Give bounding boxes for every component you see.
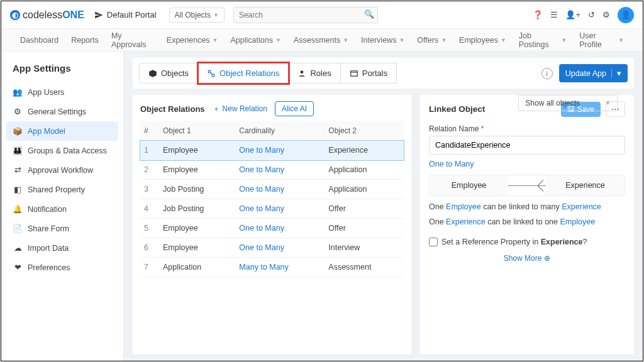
nav-employees[interactable]: Employees▼ <box>459 36 506 45</box>
sidebar-item-app-model[interactable]: 📦App Model <box>6 121 118 141</box>
sidebar-item-preferences[interactable]: ❤Preferences <box>6 258 118 277</box>
new-relation-button[interactable]: ＋ New Relation <box>213 104 267 114</box>
nav-my-approvals[interactable]: My Approvals <box>111 31 154 49</box>
search-icon[interactable]: 🔍 <box>364 9 374 19</box>
topbar: ◐ codelessONE Default Portal All Objects… <box>1 1 643 29</box>
table-row[interactable]: 5EmployeeOne to ManyOffer <box>140 219 404 238</box>
search-box: 🔍 <box>233 7 378 23</box>
avatar[interactable]: 👤 <box>618 7 634 23</box>
portal-label: Default Portal <box>107 10 157 19</box>
nav-applications[interactable]: Applications▼ <box>231 36 281 45</box>
nav-reports[interactable]: Reports <box>71 36 99 45</box>
relations-panel: Object Relations ＋ New Relation Alice AI… <box>133 95 411 354</box>
caret-down-icon: ▼ <box>213 37 218 43</box>
shared-icon: ◧ <box>13 185 23 194</box>
help-icon[interactable]: ❓ <box>533 10 543 19</box>
bell-icon: 🔔 <box>13 204 23 214</box>
tab-objects[interactable]: Objects <box>139 63 198 84</box>
main-nav: DashboardReportsMy ApprovalsExperiences▼… <box>1 29 643 52</box>
cardinality-left: Employee <box>430 175 508 195</box>
form-icon: 📄 <box>13 224 23 233</box>
stack-icon[interactable]: ☰ <box>550 10 558 19</box>
caret-down-icon: ▼ <box>213 12 219 18</box>
connector-icon <box>508 185 546 186</box>
tab-roles[interactable]: Roles <box>289 63 340 84</box>
cube-icon <box>148 69 157 78</box>
cardinality-link[interactable]: One to Many <box>235 141 325 160</box>
caret-down-icon: ▼ <box>561 37 567 43</box>
groups-icon: 👪 <box>13 146 23 155</box>
sidebar-item-shared-property[interactable]: ◧Shared Property <box>6 180 118 199</box>
nav-interviews[interactable]: Interviews▼ <box>361 36 404 45</box>
cardinality-link[interactable]: One to Many <box>429 160 474 168</box>
table-row[interactable]: 1EmployeeOne to ManyExperience <box>140 141 404 160</box>
sidebar-item-groups-data-access[interactable]: 👪Groups & Data Access <box>6 141 118 160</box>
tab-object-relations[interactable]: Object Relations <box>198 63 289 84</box>
sidebar-item-approval-workflow[interactable]: ⇄Approval Workflow <box>6 160 118 180</box>
logo: ◐ codelessONE <box>10 9 84 21</box>
tab-portals[interactable]: Portals <box>341 63 397 84</box>
brand-name: codeless <box>23 9 62 20</box>
caret-down-icon: ▼ <box>275 37 281 43</box>
update-app-button[interactable]: Update App ▾ <box>559 64 628 82</box>
relations-title: Object Relations <box>140 104 205 114</box>
portals-icon <box>350 69 358 78</box>
gear-icon: ⚙ <box>13 107 23 116</box>
caret-down-icon: ▼ <box>605 100 611 106</box>
nav-job-postings[interactable]: Job Postings▼ <box>519 31 567 49</box>
caret-down-icon: ▼ <box>399 37 404 43</box>
history-icon[interactable]: ↺ <box>588 10 595 19</box>
sidebar-item-import-data[interactable]: ☁Import Data <box>6 238 118 258</box>
alice-ai-button[interactable]: Alice AI <box>275 101 314 116</box>
table-row[interactable]: 4Job PostingOne to ManyOffer <box>140 199 404 219</box>
nav-user-profile[interactable]: User Profile▼ <box>579 31 624 49</box>
linked-title: Linked Object <box>429 104 485 114</box>
nav-experiences[interactable]: Experiences▼ <box>167 36 218 45</box>
user-add-icon[interactable]: 👤+ <box>565 10 580 19</box>
sidebar-item-general-settings[interactable]: ⚙General Settings <box>6 102 118 121</box>
table-row[interactable]: 2EmployeeOne to ManyApplication <box>140 160 404 180</box>
pref-icon: ❤ <box>13 263 23 272</box>
reference-checkbox[interactable] <box>429 238 438 246</box>
relations-icon <box>207 69 216 78</box>
cardinality-link[interactable]: One to Many <box>235 238 325 258</box>
cardinality-link[interactable]: One to Many <box>235 180 325 199</box>
sidebar-item-share-form[interactable]: 📄Share Form <box>6 219 118 238</box>
sidebar: App Settings 👥App Users⚙General Settings… <box>1 52 124 361</box>
cardinality-right: Experience <box>546 175 625 195</box>
nav-dashboard[interactable]: Dashboard <box>20 36 58 45</box>
relation-name-input[interactable] <box>429 136 625 155</box>
users-icon: 👥 <box>13 87 23 97</box>
portal-selector[interactable]: Default Portal <box>94 10 157 19</box>
cardinality-link[interactable]: One to Many <box>235 219 325 238</box>
table-row[interactable]: 3Job PostingOne to ManyApplication <box>140 180 404 199</box>
relation-sentence-1: One Employee can be linked to many Exper… <box>429 202 625 211</box>
reference-checkbox-row[interactable]: Set a Reference Property in Experience? <box>429 238 625 246</box>
col-object-2: Object 2 <box>325 121 404 141</box>
caret-down-icon: ▼ <box>343 37 348 43</box>
caret-down-icon: ▾ <box>611 69 621 78</box>
sidebar-title: App Settings <box>6 60 118 82</box>
flow-icon: ⇄ <box>13 165 23 175</box>
chevron-down-icon: ⊕ <box>544 254 550 263</box>
nav-assessments[interactable]: Assessments▼ <box>294 36 348 45</box>
cardinality-link[interactable]: One to Many <box>235 199 325 219</box>
sidebar-item-app-users[interactable]: 👥App Users <box>6 82 118 102</box>
info-icon[interactable]: i <box>541 68 553 79</box>
send-icon <box>94 11 103 19</box>
nav-offers[interactable]: Offers▼ <box>417 36 447 45</box>
top-icons: ❓ ☰ 👤+ ↺ ⚙ 👤 <box>533 7 634 23</box>
search-input[interactable] <box>233 7 378 23</box>
table-row[interactable]: 6EmployeeOne to ManyInterview <box>140 238 404 258</box>
show-all-objects-dropdown[interactable]: Show all objects ▼ <box>518 95 618 111</box>
settings-icon[interactable]: ⚙ <box>602 10 610 19</box>
linked-object-panel: Linked Object 🖫 Save ⋯ Relation Name * O… <box>420 95 634 354</box>
relation-sentence-2: One Experience can be linked to one Empl… <box>429 217 625 226</box>
table-row[interactable]: 7ApplicationMany to ManyAssessment <box>140 258 404 277</box>
sidebar-item-notification[interactable]: 🔔Notification <box>6 199 118 219</box>
all-objects-dropdown[interactable]: All Objects▼ <box>169 8 225 23</box>
cardinality-link[interactable]: Many to Many <box>235 258 325 277</box>
show-more-button[interactable]: Show More ⊕ <box>429 254 625 263</box>
col--: # <box>140 121 159 141</box>
cardinality-link[interactable]: One to Many <box>235 160 325 180</box>
